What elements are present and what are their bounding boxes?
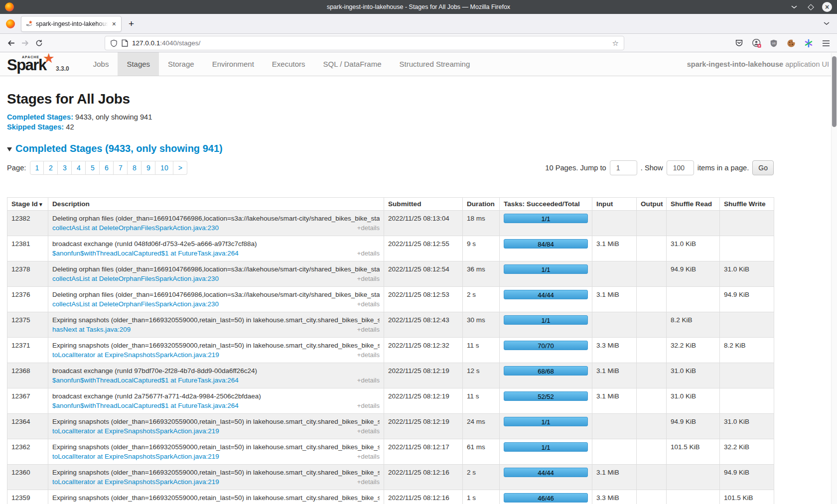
cell-tasks: 68/68	[500, 363, 592, 388]
stage-detail-link[interactable]: toLocalIterator at ExpireSnapshotsSparkA…	[52, 452, 219, 461]
stage-detail-link[interactable]: collectAsList at DeleteOrphanFilesSparkA…	[52, 299, 219, 309]
nav-item-sql-dataframe[interactable]: SQL / DataFrame	[314, 52, 391, 76]
page-scrollbar[interactable]	[831, 53, 837, 504]
ublock-shield-icon[interactable]: U0	[769, 38, 779, 48]
new-tab-button[interactable]: +	[129, 18, 134, 29]
stage-detail-link[interactable]: $anonfun$withThreadLocalCaptured$1 at Fu…	[52, 376, 239, 385]
stage-detail-link[interactable]: toLocalIterator at ExpireSnapshotsSparkA…	[52, 426, 219, 436]
cell-shuffle-read	[667, 211, 720, 236]
menu-icon[interactable]	[821, 38, 831, 48]
details-toggle[interactable]: +details	[357, 401, 380, 410]
cookie-icon[interactable]	[786, 38, 796, 48]
page-button-1[interactable]: 1	[30, 161, 44, 175]
url-text[interactable]: 127.0.0.1:4040/stages/	[132, 39, 200, 47]
nav-item-stages[interactable]: Stages	[118, 52, 159, 76]
details-toggle[interactable]: +details	[357, 376, 380, 385]
cell-output	[637, 261, 667, 287]
extension-asterisk-icon[interactable]	[804, 38, 814, 48]
reload-icon[interactable]	[32, 36, 46, 50]
column-header-stage-id[interactable]: Stage Id▾	[7, 198, 48, 211]
cell-stage-id: 12378	[7, 261, 48, 287]
cell-output	[637, 388, 667, 414]
page-button-6[interactable]: 6	[100, 161, 114, 175]
spark-logo[interactable]: APACHE Spark ★	[7, 52, 51, 76]
task-progress-bar: 1/1	[504, 315, 588, 325]
cell-output	[637, 236, 667, 261]
list-tabs-chevron-icon[interactable]	[823, 20, 830, 27]
completed-stages-label[interactable]: Completed Stages:	[7, 113, 73, 121]
page-button->[interactable]: >	[173, 161, 187, 175]
description-text: broadcast exchange (runId 97bdf70e-2f28-…	[52, 366, 380, 376]
pocket-icon[interactable]	[734, 38, 744, 48]
page-button-3[interactable]: 3	[58, 161, 72, 175]
description-callsite: collectAsList at DeleteOrphanFilesSparkA…	[52, 223, 380, 233]
stage-detail-link[interactable]: collectAsList at DeleteOrphanFilesSparkA…	[52, 223, 219, 233]
stage-detail-link[interactable]: collectAsList at DeleteOrphanFilesSparkA…	[52, 274, 219, 283]
description-text: Expiring snapshots (older_than=166932055…	[52, 493, 380, 503]
items-per-page-input[interactable]	[667, 160, 694, 175]
nav-item-jobs[interactable]: Jobs	[84, 52, 118, 76]
cell-shuffle-write	[720, 363, 774, 388]
forward-icon[interactable]	[18, 36, 32, 50]
cell-shuffle-write	[720, 312, 774, 338]
skipped-stages-label[interactable]: Skipped Stages:	[7, 123, 64, 131]
column-header-input[interactable]: Input	[592, 198, 637, 211]
details-toggle[interactable]: +details	[357, 223, 380, 233]
details-toggle[interactable]: +details	[357, 274, 380, 283]
stage-detail-link[interactable]: $anonfun$withThreadLocalCaptured$1 at Fu…	[52, 401, 239, 410]
page-info-icon[interactable]	[122, 39, 128, 47]
stage-detail-link[interactable]: hasNext at Tasks.java:209	[52, 325, 131, 334]
bookmark-star-icon[interactable]: ☆	[612, 39, 619, 48]
column-header-tasks-succeeded-total[interactable]: Tasks: Succeeded/Total	[500, 198, 592, 211]
url-bar[interactable]: 127.0.0.1:4040/stages/ ☆	[105, 36, 624, 50]
page-button-4[interactable]: 4	[72, 161, 86, 175]
nav-item-executors[interactable]: Executors	[263, 52, 314, 76]
stage-row-12378: 12378Deleting orphan files (older_than=1…	[7, 261, 774, 287]
browser-tab[interactable]: spark-ingest-into-lakehous ×	[21, 16, 122, 32]
shield-icon[interactable]	[110, 39, 118, 47]
details-toggle[interactable]: +details	[357, 426, 380, 436]
page-button-2[interactable]: 2	[44, 161, 58, 175]
nav-item-environment[interactable]: Environment	[203, 52, 263, 76]
cell-duration: 2 s	[463, 465, 500, 490]
task-progress-text: 1/1	[541, 418, 550, 426]
jump-to-page-input[interactable]	[610, 160, 637, 175]
application-suffix: application UI	[783, 60, 829, 68]
scrollbar-thumb[interactable]	[832, 56, 837, 127]
page-button-8[interactable]: 8	[128, 161, 141, 175]
column-header-description[interactable]: Description	[48, 198, 384, 211]
column-header-shuffle-write[interactable]: Shuffle Write	[720, 198, 774, 211]
details-toggle[interactable]: +details	[357, 477, 380, 487]
go-button[interactable]: Go	[752, 160, 774, 175]
task-progress-text: 46/46	[538, 495, 554, 502]
details-toggle[interactable]: +details	[357, 350, 380, 360]
nav-item-structured-streaming[interactable]: Structured Streaming	[391, 52, 479, 76]
column-header-output[interactable]: Output	[637, 198, 667, 211]
description-callsite: $anonfun$withThreadLocalCaptured$1 at Fu…	[52, 401, 380, 410]
page-button-5[interactable]: 5	[86, 161, 100, 175]
details-toggle[interactable]: +details	[357, 249, 380, 258]
back-icon[interactable]	[4, 36, 18, 50]
details-toggle[interactable]: +details	[357, 452, 380, 461]
stage-detail-link[interactable]: toLocalIterator at ExpireSnapshotsSparkA…	[52, 350, 219, 360]
firefox-view-icon[interactable]	[6, 19, 15, 28]
column-header-submitted[interactable]: Submitted	[384, 198, 463, 211]
column-header-shuffle-read[interactable]: Shuffle Read	[667, 198, 720, 211]
description-callsite: toLocalIterator at ExpireSnapshotsSparkA…	[52, 426, 380, 436]
maximize-icon[interactable]	[806, 2, 816, 12]
details-toggle[interactable]: +details	[357, 299, 380, 309]
tab-close-icon[interactable]: ×	[111, 20, 117, 28]
completed-stages-section-header[interactable]: Completed Stages (9433, only showing 941…	[7, 143, 837, 154]
cell-description: Expiring snapshots (older_than=166932055…	[48, 465, 384, 490]
column-header-duration[interactable]: Duration	[463, 198, 500, 211]
details-toggle[interactable]: +details	[357, 325, 380, 334]
minimize-icon[interactable]	[789, 2, 799, 12]
stage-detail-link[interactable]: toLocalIterator at ExpireSnapshotsSparkA…	[52, 477, 219, 487]
stage-detail-link[interactable]: $anonfun$withThreadLocalCaptured$1 at Fu…	[52, 249, 239, 258]
close-icon[interactable]: ×	[822, 2, 832, 12]
nav-item-storage[interactable]: Storage	[159, 52, 203, 76]
page-button-9[interactable]: 9	[141, 161, 155, 175]
page-button-10[interactable]: 10	[155, 161, 173, 175]
account-alert-icon[interactable]	[751, 38, 761, 48]
page-button-7[interactable]: 7	[114, 161, 128, 175]
